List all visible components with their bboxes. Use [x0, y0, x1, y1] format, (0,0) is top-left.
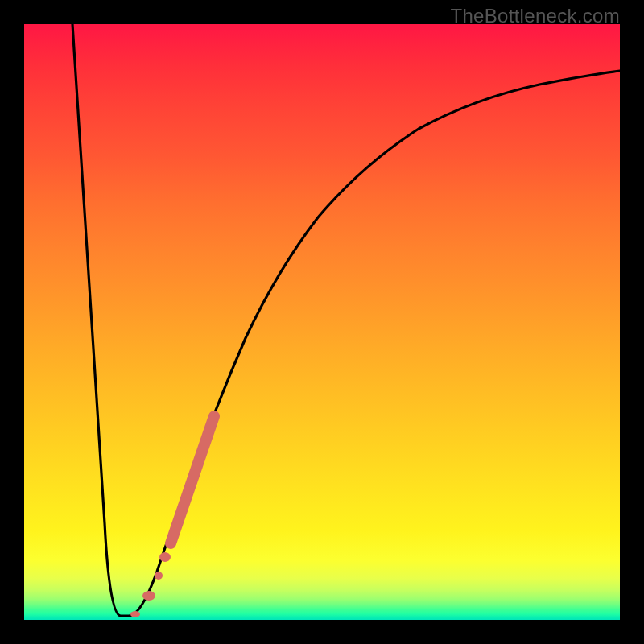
curve-layer [24, 24, 620, 620]
marker-dot [142, 591, 155, 601]
marker-segment [171, 416, 214, 543]
marker-dot [130, 611, 140, 617]
plot-area [24, 24, 620, 620]
chart-frame: TheBottleneck.com [0, 0, 644, 644]
marker-dot [159, 552, 171, 562]
marker-dot [155, 572, 163, 580]
bottleneck-curve [72, 24, 620, 616]
marker-group [130, 416, 214, 617]
